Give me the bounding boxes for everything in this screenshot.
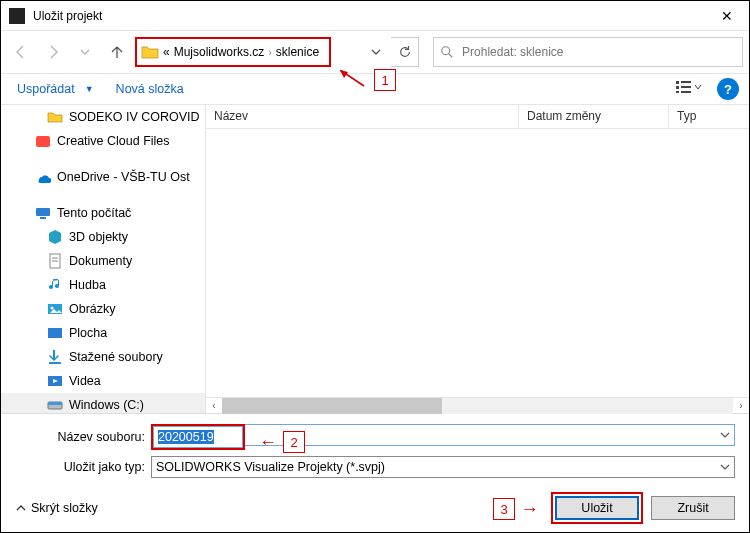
scroll-thumb[interactable] [222, 398, 442, 414]
filetype-combo[interactable]: SOLIDWORKS Visualize Projekty (*.svpj) [151, 456, 735, 478]
app-icon [9, 8, 25, 24]
filename-combo-arrow[interactable] [245, 424, 735, 446]
search-input[interactable] [460, 44, 736, 60]
desktop-icon [47, 325, 63, 341]
hide-folders-button[interactable]: Skrýt složky [15, 501, 98, 515]
scroll-track[interactable] [222, 398, 733, 414]
onedrive-icon [35, 169, 51, 185]
svg-rect-16 [48, 328, 62, 338]
breadcrumb-part2[interactable]: sklenice [276, 45, 319, 59]
view-button[interactable] [675, 79, 703, 99]
up-button[interactable] [103, 38, 131, 66]
file-list[interactable] [206, 129, 749, 397]
chevron-right-icon: › [268, 47, 271, 58]
forward-button[interactable] [39, 38, 67, 66]
cancel-label: Zrušit [677, 501, 708, 515]
svg-rect-17 [49, 362, 61, 364]
filetype-value: SOLIDWORKS Visualize Projekty (*.svpj) [156, 460, 385, 474]
refresh-button[interactable] [391, 37, 419, 67]
col-date[interactable]: Datum změny [519, 105, 669, 128]
docs-icon [47, 253, 63, 269]
tree-item-label: Dokumenty [69, 254, 132, 268]
ccloud-icon [35, 133, 51, 149]
tree-item[interactable]: Obrázky [1, 297, 205, 321]
tree-item[interactable]: Creative Cloud Files [1, 129, 205, 153]
save-highlight: Uložit [551, 492, 643, 524]
downloads-icon [47, 349, 63, 365]
svg-line-1 [449, 54, 453, 58]
tree-item-label: Hudba [69, 278, 106, 292]
cancel-button[interactable]: Zrušit [651, 496, 735, 520]
save-button[interactable]: Uložit [555, 496, 639, 520]
svg-rect-8 [36, 136, 50, 147]
tree-item-label: Tento počítač [57, 206, 131, 220]
tree-item-label: SODEKO IV COROVID [69, 110, 200, 124]
svg-rect-10 [40, 217, 46, 219]
tree-item-label: Stažené soubory [69, 350, 163, 364]
filename-label: Název souboru: [15, 430, 145, 444]
svg-rect-7 [681, 91, 691, 93]
tree-item-label: Creative Cloud Files [57, 134, 170, 148]
svg-rect-6 [681, 86, 691, 88]
svg-rect-20 [48, 402, 62, 405]
svg-point-15 [51, 307, 54, 310]
tree-item[interactable]: OneDrive - VŠB-TU Ost [1, 165, 205, 189]
svg-rect-2 [676, 81, 679, 84]
chevron-down-icon [720, 462, 730, 472]
breadcrumb-expand[interactable] [365, 47, 387, 57]
filename-highlight [151, 424, 245, 450]
h-scrollbar[interactable]: ‹ › [206, 397, 749, 413]
back-button[interactable] [7, 38, 35, 66]
organize-button[interactable]: Uspořádat [11, 78, 81, 100]
tree-item[interactable]: Hudba [1, 273, 205, 297]
close-icon: ✕ [721, 8, 733, 24]
window-title: Uložit projekt [33, 9, 705, 23]
svg-point-0 [442, 47, 450, 55]
breadcrumb[interactable]: « Mujsolidworks.cz › sklenice [135, 37, 331, 67]
folder-tree[interactable]: SODEKO IV COROVIDCreative Cloud FilesOne… [1, 105, 206, 413]
svg-rect-9 [36, 208, 50, 216]
disk-icon [47, 397, 63, 413]
svg-rect-5 [681, 81, 691, 83]
tree-item[interactable]: Tento počítač [1, 201, 205, 225]
scroll-right-icon[interactable]: › [733, 398, 749, 414]
col-type[interactable]: Typ [669, 105, 749, 128]
list-header: Název Datum změny Typ [206, 105, 749, 129]
svg-rect-4 [676, 91, 679, 93]
tree-item-label: Videa [69, 374, 101, 388]
chevron-down-icon[interactable]: ▼ [85, 84, 106, 94]
chevron-up-icon [15, 502, 27, 514]
breadcrumb-part1[interactable]: Mujsolidworks.cz [174, 45, 265, 59]
search-icon [440, 45, 454, 59]
nav-row: « Mujsolidworks.cz › sklenice [1, 31, 749, 73]
save-form: Název souboru: Uložit jako typ: SOLIDWOR… [1, 414, 749, 484]
close-button[interactable]: ✕ [705, 1, 749, 31]
tree-item[interactable]: Stažené soubory [1, 345, 205, 369]
tree-item[interactable]: Dokumenty [1, 249, 205, 273]
filename-input[interactable] [153, 426, 243, 448]
tree-item-label: Windows (C:) [69, 398, 144, 412]
recent-dropdown[interactable] [71, 38, 99, 66]
new-folder-button[interactable]: Nová složka [110, 78, 190, 100]
scroll-left-icon[interactable]: ‹ [206, 398, 222, 414]
hide-folders-label: Skrýt složky [31, 501, 98, 515]
tree-item[interactable]: Plocha [1, 321, 205, 345]
folder-icon [47, 109, 63, 125]
help-button[interactable]: ? [717, 78, 739, 100]
music-icon [47, 277, 63, 293]
folder-icon [141, 43, 159, 61]
tree-item[interactable]: Videa [1, 369, 205, 393]
tree-item[interactable]: Windows (C:) [1, 393, 205, 413]
col-name[interactable]: Název [206, 105, 519, 128]
videos-icon [47, 373, 63, 389]
tree-item[interactable]: 3D objekty [1, 225, 205, 249]
tree-item-label: Plocha [69, 326, 107, 340]
tree-item[interactable]: SODEKO IV COROVID [1, 105, 205, 129]
toolbar: Uspořádat ▼ Nová složka ? [1, 73, 749, 105]
search-box[interactable] [433, 37, 743, 67]
dialog-footer: Skrýt složky Uložit Zrušit [1, 484, 749, 532]
breadcrumb-prefix: « [163, 45, 170, 59]
svg-rect-3 [676, 86, 679, 89]
3d-icon [47, 229, 63, 245]
split-pane: SODEKO IV COROVIDCreative Cloud FilesOne… [1, 105, 749, 414]
